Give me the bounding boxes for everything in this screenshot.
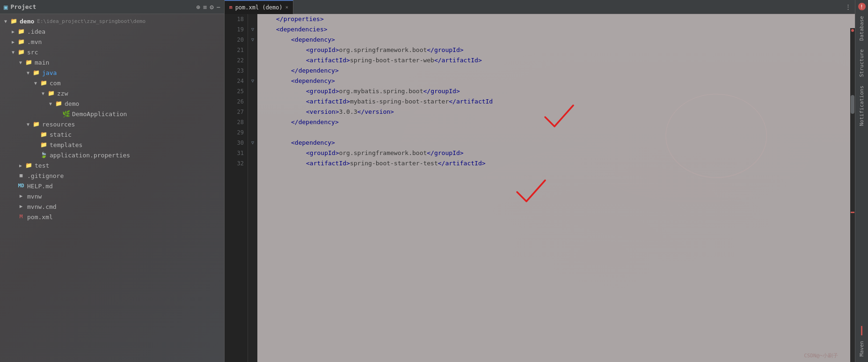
tree-mvnw[interactable]: ▶ mvnw <box>0 191 224 201</box>
root-folder-icon: 📁 <box>9 17 18 25</box>
scrollbar-thumb[interactable] <box>851 95 854 114</box>
demo-pkg-arrow: ▼ <box>47 101 54 106</box>
settings-icon[interactable]: ⚙ <box>210 3 213 11</box>
tree-demo-app[interactable]: 🌿 DemoApplication <box>0 109 224 119</box>
com-arrow: ▼ <box>32 81 39 86</box>
sidebar-tab-maven[interactable]: Maven <box>857 337 867 360</box>
code-editor[interactable]: </properties> <dependencies> <dependency… <box>257 14 855 362</box>
error-marker <box>851 29 854 32</box>
tab-pom-label: pom.xml (demo) <box>235 4 283 11</box>
line-num-23: 23 <box>225 66 248 76</box>
tree-gitignore[interactable]: ■ .gitignore <box>0 170 224 181</box>
tree-demo-pkg[interactable]: ▼ 📁 demo <box>0 98 224 109</box>
sidebar-tab-database[interactable]: Database <box>857 12 867 44</box>
tree-app-props[interactable]: 🍃 application.properties <box>0 150 224 160</box>
sidebar-tab-structure[interactable]: Structure <box>857 45 867 81</box>
main-arrow: ▼ <box>17 60 24 65</box>
gutter-23 <box>248 66 257 76</box>
main-folder-icon: 📁 <box>24 58 33 66</box>
idea-arrow: ▶ <box>9 29 17 34</box>
sidebar-tab-notifications[interactable]: Notifications <box>857 82 867 130</box>
line-num-27: 27 <box>225 107 248 117</box>
tree-static[interactable]: 📁 static <box>0 129 224 140</box>
right-sidebar: ! Database Structure Notifications Maven <box>855 0 868 362</box>
mvn-folder-icon: 📁 <box>17 37 25 46</box>
gutter-31 <box>248 148 257 158</box>
project-panel: ▣ Project ⊕ ≡ ⚙ − ▼ 📁 demo E:\idea_proje… <box>0 0 225 362</box>
zzw-arrow: ▼ <box>39 91 47 96</box>
idea-label: .idea <box>27 28 45 35</box>
mvn-label: .mvn <box>27 38 42 45</box>
scroll-error-line <box>851 212 854 213</box>
line-num-26: 26 <box>225 96 248 107</box>
tree-root[interactable]: ▼ 📁 demo E:\idea_project\zzw_springboot\… <box>0 16 224 26</box>
tab-close-button[interactable]: × <box>285 4 289 10</box>
tree-help-md[interactable]: MD HELP.md <box>0 181 224 191</box>
demo-app-label: DemoApplication <box>72 111 127 118</box>
tree-src[interactable]: ▼ 📁 src <box>0 47 224 57</box>
code-line-25: <groupId>org.mybatis.spring.boot</groupI… <box>261 86 851 96</box>
static-label: static <box>50 131 72 138</box>
tree-java[interactable]: ▼ 📁 java <box>0 67 224 78</box>
gutter-25 <box>248 86 257 96</box>
line-num-24: 24 <box>225 76 248 86</box>
test-folder-icon: 📁 <box>24 161 33 170</box>
tab-pom-xml[interactable]: m pom.xml (demo) × <box>225 0 293 14</box>
tree-templates[interactable]: 📁 templates <box>0 140 224 150</box>
gutter-19: ▽ <box>248 24 257 35</box>
editor-container: m pom.xml (demo) × ⋮ <box>225 0 855 362</box>
editor-scrollbar[interactable] <box>850 28 855 362</box>
line-num-30: 30 <box>225 138 248 148</box>
src-arrow: ▼ <box>9 50 17 55</box>
src-label: src <box>27 49 38 56</box>
tree-idea[interactable]: ▶ 📁 .idea <box>0 26 224 37</box>
collapse-icon[interactable]: ≡ <box>203 3 207 11</box>
minimize-icon[interactable]: − <box>217 3 220 11</box>
tree-pom-xml[interactable]: M pom.xml <box>0 212 224 222</box>
code-line-20: <dependency> <box>261 35 851 45</box>
code-line-22: <artifactId>spring-boot-starter-web</art… <box>261 55 851 66</box>
tree-com[interactable]: ▼ 📁 com <box>0 78 224 88</box>
code-line-30: <dependency> <box>261 138 851 148</box>
idea-folder-icon: 📁 <box>17 27 25 36</box>
locate-icon[interactable]: ⊕ <box>196 3 200 11</box>
project-tree: ▼ 📁 demo E:\idea_project\zzw_springboot\… <box>0 14 224 362</box>
main-label: main <box>35 59 49 66</box>
resources-label: resources <box>42 121 75 128</box>
tab-overflow-menu[interactable]: ⋮ <box>841 3 855 10</box>
gutter-28 <box>248 117 257 127</box>
tree-mvn[interactable]: ▶ 📁 .mvn <box>0 37 224 47</box>
code-line-29 <box>261 127 851 138</box>
code-line-24: <dependency> <box>261 76 851 86</box>
mvn-arrow: ▶ <box>9 39 17 44</box>
test-label: test <box>35 162 49 169</box>
tree-test[interactable]: ▶ 📁 test <box>0 160 224 170</box>
java-folder-icon: 📁 <box>32 68 40 77</box>
tree-main[interactable]: ▼ 📁 main <box>0 57 224 67</box>
tab-bar: m pom.xml (demo) × ⋮ <box>225 0 855 14</box>
root-path: E:\idea_project\zzw_springboot\demo <box>37 18 146 24</box>
demo-pkg-folder-icon: 📁 <box>54 99 63 108</box>
tree-mvnw-cmd[interactable]: ▶ mvnw.cmd <box>0 201 224 212</box>
java-label: java <box>42 69 57 76</box>
mvnw-cmd-icon: ▶ <box>17 202 25 211</box>
line-num-29: 29 <box>225 127 248 138</box>
zzw-label: zzw <box>57 90 68 97</box>
help-md-label: HELP.md <box>27 183 53 190</box>
resources-folder-icon: 📁 <box>32 120 40 128</box>
line-num-32: 32 <box>225 158 248 169</box>
zzw-folder-icon: 📁 <box>47 89 55 97</box>
line-num-25: 25 <box>225 86 248 96</box>
com-label: com <box>50 80 60 87</box>
line-num-21: 21 <box>225 45 248 55</box>
tree-zzw[interactable]: ▼ 📁 zzw <box>0 88 224 98</box>
line-numbers-gutter: 18 19 20 21 22 23 24 25 26 27 28 29 30 3… <box>225 14 248 362</box>
tree-resources[interactable]: ▼ 📁 resources <box>0 119 224 129</box>
panel-toolbar: ⊕ ≡ ⚙ − <box>196 3 220 11</box>
static-folder-icon: 📁 <box>39 130 48 139</box>
project-icon: ▣ <box>4 3 7 11</box>
code-line-26: <artifactId>mybatis-spring-boot-starter<… <box>261 96 851 107</box>
gutter-24: ▽ <box>248 76 257 86</box>
fold-gutter: ▽ ▽ ▽ ▽ <box>248 14 257 362</box>
gitignore-icon: ■ <box>17 171 25 180</box>
